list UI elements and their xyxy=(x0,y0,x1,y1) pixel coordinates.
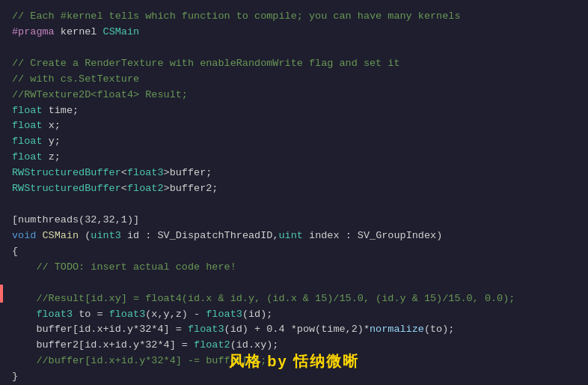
code-line-15: void CSMain (uint3 id : SV_DispatchThrea… xyxy=(12,228,576,244)
code-line-7: float time; xyxy=(12,103,576,119)
code-line-3 xyxy=(12,40,576,56)
code-line-12: RWStructuredBuffer<float2>buffer2; xyxy=(12,181,576,197)
code-line-19: //Result[id.xy] = float4(id.x & id.y, (i… xyxy=(12,291,576,307)
code-line-18 xyxy=(12,276,576,291)
code-line-13 xyxy=(12,197,576,213)
watermark: 风格 by 恬纳微晰 xyxy=(229,351,359,372)
left-accent-bar xyxy=(0,285,3,303)
code-line-10: float z; xyxy=(12,150,576,166)
code-line-20: float3 to = float3(x,y,z) - float3(id); xyxy=(12,307,576,323)
code-line-21: buffer[id.x+id.y*32*4] = float3(id) + 0.… xyxy=(12,322,576,338)
code-line-9: float y; xyxy=(12,134,576,150)
code-line-8: float x; xyxy=(12,118,576,134)
code-line-16: { xyxy=(12,244,576,260)
code-line-14: [numthreads(32,32,1)] xyxy=(12,213,576,228)
code-line-6: //RWTexture2D<float4> Result; xyxy=(12,88,576,103)
code-line-5: // with cs.SetTexture xyxy=(12,72,576,88)
code-line-4: // Create a RenderTexture with enableRan… xyxy=(12,56,576,72)
code-line-11: RWStructuredBuffer<float3>buffer; xyxy=(12,166,576,181)
code-line-24: } xyxy=(12,369,576,385)
code-editor: // Each #kernel tells which function to … xyxy=(0,0,588,385)
code-line-1: // Each #kernel tells which function to … xyxy=(12,9,576,25)
code-line-2: #pragma kernel CSMain xyxy=(12,25,576,40)
code-line-17: // TODO: insert actual code here! xyxy=(12,260,576,276)
